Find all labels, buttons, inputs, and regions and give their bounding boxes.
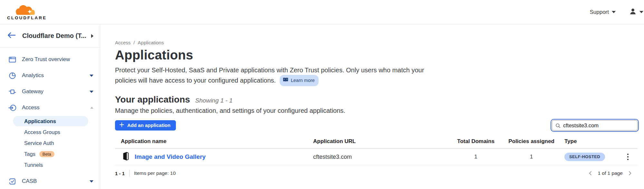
add-application-button[interactable]: Add an application [115, 120, 176, 130]
column-application-url: Application URL [313, 138, 448, 145]
sidebar-item-analytics[interactable]: Analytics [0, 68, 100, 84]
items-per-page: Items per page: 10 [134, 170, 176, 176]
row-actions-kebab-menu[interactable] [626, 152, 630, 162]
sidebar-item-applications[interactable]: Applications [13, 116, 88, 126]
section-title: Your applications [115, 94, 190, 105]
access-icon [8, 104, 16, 112]
gateway-icon [8, 88, 16, 96]
chevron-down-icon [612, 11, 616, 13]
search-box [552, 120, 638, 130]
sidebar-item-casb[interactable]: CASB [0, 173, 100, 189]
table-footer: 1 - 1 Items per page: 10 1 of 1 page [115, 170, 638, 177]
breadcrumb-access[interactable]: Access [115, 40, 130, 45]
chevron-down-icon [90, 91, 93, 93]
chevron-down-icon [639, 11, 643, 13]
support-label: Support [590, 9, 609, 15]
breadcrumb: Access / Applications [115, 40, 638, 45]
overview-icon [8, 56, 16, 64]
beta-badge: Beta [39, 151, 54, 157]
sidebar-item-zero-trust-overview[interactable]: Zero Trust overview [0, 51, 100, 68]
column-total-domains: Total Domains [448, 138, 503, 145]
user-account-menu[interactable] [629, 8, 643, 16]
back-arrow-icon[interactable] [7, 32, 16, 40]
sidebar-item-gateway[interactable]: Gateway [0, 84, 100, 100]
next-page-button[interactable] [627, 170, 633, 176]
top-bar: CLOUDFLARE Support [0, 0, 644, 24]
previous-page-button[interactable] [587, 170, 594, 176]
casb-icon [8, 177, 16, 185]
plus-icon [120, 122, 124, 128]
application-url: cftestsite3.com [313, 154, 448, 160]
page-description: Protect your Self-Hosted, SaaS and Priva… [115, 65, 431, 86]
chevron-down-icon [90, 75, 93, 77]
analytics-icon [8, 72, 16, 80]
search-input[interactable] [552, 121, 637, 130]
main-content: Access / Applications Applications Prote… [100, 24, 644, 189]
sidebar-nav: Zero Trust overview Analytics Gateway [0, 48, 100, 189]
breadcrumb-applications[interactable]: Applications [138, 40, 164, 45]
column-policies-assigned: Policies assigned [503, 138, 560, 145]
chevron-right-icon [91, 34, 93, 38]
sidebar-item-access[interactable]: Access [0, 100, 100, 116]
total-domains-value: 1 [448, 154, 503, 160]
page-info: 1 of 1 page [598, 170, 623, 176]
type-badge: SELF-HOSTED [564, 153, 605, 161]
policies-assigned-value: 1 [503, 154, 560, 160]
sidebar-item-tunnels[interactable]: Tunnels [0, 159, 100, 170]
book-icon [283, 76, 288, 85]
table-row: Image and Video Gallery cftestsite3.com … [115, 149, 638, 165]
sidebar: Cloudflare Demo (T... Zero Trust overvie… [0, 24, 100, 189]
account-switcher[interactable]: Cloudflare Demo (T... [0, 24, 100, 48]
sidebar-item-access-groups[interactable]: Access Groups [0, 127, 100, 138]
items-range: 1 - 1 [115, 171, 125, 176]
column-application-name: Application name [115, 138, 313, 145]
application-icon [121, 151, 130, 162]
section-description: Manage the policies, authentication, and… [115, 107, 638, 114]
user-icon [629, 8, 637, 16]
table-header: Application name Application URL Total D… [115, 138, 638, 149]
cloudflare-logo[interactable]: CLOUDFLARE [7, 4, 52, 20]
sidebar-item-tags[interactable]: Tags Beta [0, 148, 100, 159]
access-subnav: Applications Access Groups Service Auth … [0, 116, 100, 170]
application-name-link[interactable]: Image and Video Gallery [135, 153, 206, 160]
support-menu[interactable]: Support [590, 9, 616, 15]
divider [129, 170, 130, 177]
showing-count: Showing 1 - 1 [195, 97, 233, 104]
account-name: Cloudflare Demo (T... [22, 32, 91, 40]
sidebar-item-service-auth[interactable]: Service Auth [0, 138, 100, 148]
learn-more-link[interactable]: Learn more [280, 75, 319, 86]
chevron-up-icon [90, 107, 93, 109]
cloudflare-cloud-icon [7, 4, 36, 16]
breadcrumb-separator: / [133, 40, 135, 45]
applications-table: Application name Application URL Total D… [115, 138, 638, 165]
pagination: 1 of 1 page [587, 170, 638, 176]
page-title: Applications [115, 48, 638, 62]
column-type: Type [560, 138, 613, 145]
cloudflare-wordmark: CLOUDFLARE [7, 15, 47, 20]
chevron-down-icon [90, 180, 93, 183]
